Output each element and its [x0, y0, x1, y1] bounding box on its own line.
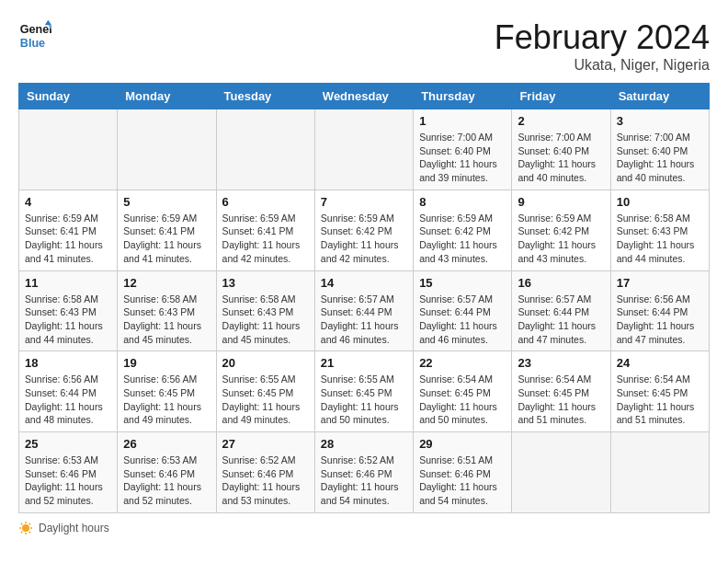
day-cell: 11Sunrise: 6:58 AMSunset: 6:43 PMDayligh… [19, 270, 118, 351]
week-row-2: 11Sunrise: 6:58 AMSunset: 6:43 PMDayligh… [19, 270, 710, 351]
day-cell: 7Sunrise: 6:59 AMSunset: 6:42 PMDaylight… [314, 190, 413, 270]
day-info: Sunrise: 6:59 AMSunset: 6:42 PMDaylight:… [518, 212, 604, 266]
day-cell: 21Sunrise: 6:55 AMSunset: 6:45 PMDayligh… [314, 351, 413, 432]
day-number: 21 [321, 356, 407, 370]
day-info: Sunrise: 6:59 AMSunset: 6:41 PMDaylight:… [123, 212, 210, 266]
day-cell: 10Sunrise: 6:58 AMSunset: 6:43 PMDayligh… [610, 190, 709, 270]
day-number: 19 [123, 356, 210, 370]
day-number: 25 [25, 437, 111, 451]
svg-line-11 [29, 523, 30, 524]
sun-icon [18, 521, 33, 535]
day-number: 3 [617, 114, 703, 128]
header-day-monday: Monday [118, 84, 216, 109]
footer: Daylight hours [18, 521, 710, 535]
day-cell: 4Sunrise: 6:59 AMSunset: 6:41 PMDaylight… [19, 190, 118, 270]
day-number: 20 [222, 356, 309, 370]
day-info: Sunrise: 6:56 AMSunset: 6:44 PMDaylight:… [25, 373, 111, 427]
day-cell: 18Sunrise: 6:56 AMSunset: 6:44 PMDayligh… [19, 351, 118, 432]
day-cell: 25Sunrise: 6:53 AMSunset: 6:46 PMDayligh… [19, 432, 118, 513]
day-info: Sunrise: 7:00 AMSunset: 6:40 PMDaylight:… [518, 131, 604, 185]
day-number: 8 [419, 195, 506, 209]
day-cell [512, 432, 610, 513]
calendar-subtitle: Ukata, Niger, Nigeria [495, 57, 710, 74]
day-number: 11 [25, 276, 111, 290]
header-row: SundayMondayTuesdayWednesdayThursdayFrid… [19, 84, 710, 109]
day-cell: 19Sunrise: 6:56 AMSunset: 6:45 PMDayligh… [118, 351, 216, 432]
week-row-0: 1Sunrise: 7:00 AMSunset: 6:40 PMDaylight… [19, 109, 710, 190]
day-cell: 17Sunrise: 6:56 AMSunset: 6:44 PMDayligh… [610, 270, 709, 351]
day-number: 15 [419, 276, 506, 290]
day-number: 7 [321, 195, 407, 209]
day-cell: 24Sunrise: 6:54 AMSunset: 6:45 PMDayligh… [610, 351, 709, 432]
day-cell: 5Sunrise: 6:59 AMSunset: 6:41 PMDaylight… [118, 190, 216, 270]
day-number: 23 [518, 356, 604, 370]
day-info: Sunrise: 6:55 AMSunset: 6:45 PMDaylight:… [321, 373, 407, 427]
day-info: Sunrise: 6:59 AMSunset: 6:42 PMDaylight:… [321, 212, 407, 266]
day-info: Sunrise: 6:57 AMSunset: 6:44 PMDaylight:… [419, 293, 506, 347]
day-cell: 8Sunrise: 6:59 AMSunset: 6:42 PMDaylight… [414, 190, 512, 270]
day-info: Sunrise: 6:59 AMSunset: 6:41 PMDaylight:… [222, 212, 309, 266]
day-cell [19, 109, 118, 190]
day-cell: 29Sunrise: 6:51 AMSunset: 6:46 PMDayligh… [414, 432, 512, 513]
day-number: 27 [222, 437, 309, 451]
calendar-header: SundayMondayTuesdayWednesdayThursdayFrid… [19, 84, 710, 109]
day-number: 6 [222, 195, 309, 209]
title-block: February 2024 Ukata, Niger, Nigeria [495, 18, 710, 74]
day-info: Sunrise: 6:55 AMSunset: 6:45 PMDaylight:… [222, 373, 309, 427]
day-cell: 2Sunrise: 7:00 AMSunset: 6:40 PMDaylight… [512, 109, 610, 190]
day-cell: 20Sunrise: 6:55 AMSunset: 6:45 PMDayligh… [216, 351, 314, 432]
day-cell: 28Sunrise: 6:52 AMSunset: 6:46 PMDayligh… [314, 432, 413, 513]
day-info: Sunrise: 6:58 AMSunset: 6:43 PMDaylight:… [25, 293, 111, 347]
header-day-thursday: Thursday [414, 84, 512, 109]
day-number: 5 [123, 195, 210, 209]
day-number: 29 [419, 437, 506, 451]
svg-line-9 [21, 523, 22, 524]
day-cell: 27Sunrise: 6:52 AMSunset: 6:46 PMDayligh… [216, 432, 314, 513]
day-number: 18 [25, 356, 111, 370]
day-number: 16 [518, 276, 604, 290]
day-info: Sunrise: 6:57 AMSunset: 6:44 PMDaylight:… [321, 293, 407, 347]
day-info: Sunrise: 6:56 AMSunset: 6:45 PMDaylight:… [123, 373, 210, 427]
calendar-table: SundayMondayTuesdayWednesdayThursdayFrid… [18, 83, 710, 513]
day-cell: 23Sunrise: 6:54 AMSunset: 6:45 PMDayligh… [512, 351, 610, 432]
day-info: Sunrise: 6:51 AMSunset: 6:46 PMDaylight:… [419, 454, 506, 508]
daylight-label: Daylight hours [39, 522, 109, 534]
day-cell: 13Sunrise: 6:58 AMSunset: 6:43 PMDayligh… [216, 270, 314, 351]
day-info: Sunrise: 6:52 AMSunset: 6:46 PMDaylight:… [321, 454, 407, 508]
day-info: Sunrise: 6:59 AMSunset: 6:42 PMDaylight:… [419, 212, 506, 266]
week-row-4: 25Sunrise: 6:53 AMSunset: 6:46 PMDayligh… [19, 432, 710, 513]
day-info: Sunrise: 6:54 AMSunset: 6:45 PMDaylight:… [419, 373, 506, 427]
day-cell: 15Sunrise: 6:57 AMSunset: 6:44 PMDayligh… [414, 270, 512, 351]
day-number: 24 [617, 356, 703, 370]
day-info: Sunrise: 6:58 AMSunset: 6:43 PMDaylight:… [617, 212, 703, 266]
svg-text:General: General [20, 23, 51, 36]
day-cell: 16Sunrise: 6:57 AMSunset: 6:44 PMDayligh… [512, 270, 610, 351]
svg-text:Blue: Blue [20, 37, 45, 50]
day-cell: 12Sunrise: 6:58 AMSunset: 6:43 PMDayligh… [118, 270, 216, 351]
day-cell: 6Sunrise: 6:59 AMSunset: 6:41 PMDaylight… [216, 190, 314, 270]
day-info: Sunrise: 6:53 AMSunset: 6:46 PMDaylight:… [123, 454, 210, 508]
day-info: Sunrise: 6:59 AMSunset: 6:41 PMDaylight:… [25, 212, 111, 266]
header-day-wednesday: Wednesday [314, 84, 413, 109]
day-number: 26 [123, 437, 210, 451]
day-number: 2 [518, 114, 604, 128]
day-number: 28 [321, 437, 407, 451]
day-cell [216, 109, 314, 190]
day-info: Sunrise: 6:56 AMSunset: 6:44 PMDaylight:… [617, 293, 703, 347]
header-day-friday: Friday [512, 84, 610, 109]
header-day-saturday: Saturday [610, 84, 709, 109]
day-number: 22 [419, 356, 506, 370]
day-cell [118, 109, 216, 190]
page-header: General Blue February 2024 Ukata, Niger,… [18, 18, 710, 74]
logo: General Blue [18, 18, 51, 52]
day-info: Sunrise: 6:58 AMSunset: 6:43 PMDaylight:… [222, 293, 309, 347]
day-cell: 22Sunrise: 6:54 AMSunset: 6:45 PMDayligh… [414, 351, 512, 432]
week-row-1: 4Sunrise: 6:59 AMSunset: 6:41 PMDaylight… [19, 190, 710, 270]
day-info: Sunrise: 6:57 AMSunset: 6:44 PMDaylight:… [518, 293, 604, 347]
calendar-title: February 2024 [495, 18, 710, 57]
day-number: 9 [518, 195, 604, 209]
svg-line-10 [29, 531, 30, 532]
header-day-sunday: Sunday [19, 84, 118, 109]
day-cell: 1Sunrise: 7:00 AMSunset: 6:40 PMDaylight… [414, 109, 512, 190]
day-cell: 26Sunrise: 6:53 AMSunset: 6:46 PMDayligh… [118, 432, 216, 513]
